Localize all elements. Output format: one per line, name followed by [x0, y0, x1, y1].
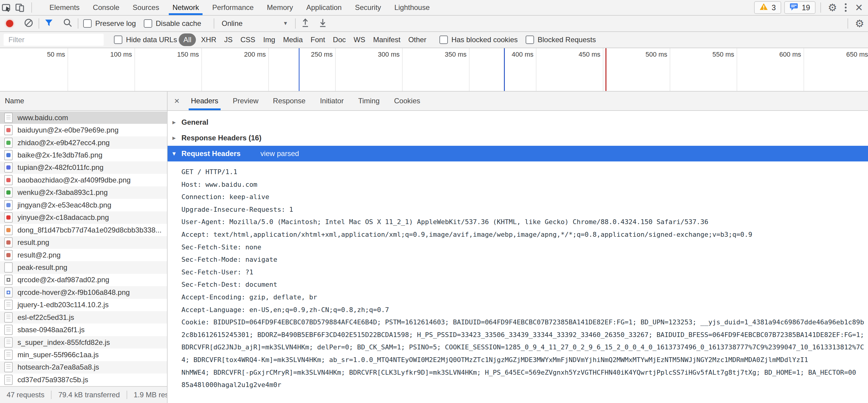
detail-tab-response[interactable]: Response: [271, 92, 308, 110]
image-thumb: [6, 203, 10, 207]
request-row-tupian-2x-482fc011fc-png[interactable]: tupian@2x-482fc011fc.png: [0, 162, 167, 174]
section-request-headers[interactable]: ▾ Request Headers view parsed: [167, 146, 868, 162]
settings-icon[interactable]: ⚙: [826, 1, 839, 14]
request-row-min-super-55f966c1aa-js[interactable]: min_super-55f966c1aa.js: [0, 348, 167, 361]
document-lines: [6, 364, 10, 370]
request-row-cd37ed75a9387c5b-js[interactable]: cd37ed75a9387c5b.js: [0, 373, 167, 386]
filter-type-css[interactable]: CSS: [237, 33, 259, 46]
detail-tab-timing[interactable]: Timing: [355, 92, 382, 110]
request-row-result-2-png[interactable]: result@2.png: [0, 249, 167, 261]
request-name: yinyue@2x-c18adacacb.png: [18, 213, 109, 222]
view-parsed-link[interactable]: view parsed: [260, 149, 299, 158]
close-icon[interactable]: ×: [852, 1, 866, 14]
disable-cache-checkbox[interactable]: [144, 19, 152, 28]
filter-type-all[interactable]: All: [179, 33, 196, 46]
blocked-requests-checkbox[interactable]: [526, 36, 534, 44]
more-options-icon[interactable]: [839, 1, 852, 14]
image-file-icon: [4, 138, 13, 148]
request-row-www-baidu-com[interactable]: www.baidu.com: [0, 111, 167, 124]
clear-icon[interactable]: [24, 18, 34, 29]
filter-type-ws[interactable]: WS: [350, 33, 369, 46]
request-row-sbase-0948aa26f1-js[interactable]: sbase-0948aa26f1.js: [0, 324, 167, 336]
request-row-qrcode-hover-2x-f9b106a848-png[interactable]: qrcode-hover@2x-f9b106a848.png: [0, 286, 167, 299]
request-row-yinyue-2x-c18adacacb-png[interactable]: yinyue@2x-c18adacacb.png: [0, 211, 167, 224]
timeline-tick-label: 50 ms: [20, 51, 65, 59]
inspect-icon[interactable]: [0, 1, 13, 14]
has-blocked-cookies-checkbox[interactable]: [439, 36, 448, 44]
console-messages-badge[interactable]: 19: [784, 1, 815, 14]
filter-type-other[interactable]: Other: [404, 33, 430, 46]
document-lines: [6, 315, 10, 320]
header-line: User-Agent: Mozilla/5.0 (Macintosh; Inte…: [181, 216, 859, 228]
request-row-hotsearch-2a7ea8a5a8-js[interactable]: hotsearch-2a7ea8a5a8.js: [0, 361, 167, 373]
section-response-headers[interactable]: ▸ Response Headers (16): [167, 130, 868, 146]
request-row-zhidao-2x-e9b427ecc4-png[interactable]: zhidao@2x-e9b427ecc4.png: [0, 136, 167, 149]
search-icon[interactable]: [63, 18, 73, 29]
tab-elements[interactable]: Elements: [43, 0, 86, 15]
preserve-log-checkbox[interactable]: [83, 19, 92, 28]
timeline-tick-label: 450 ms: [555, 51, 600, 59]
network-settings-icon[interactable]: ⚙: [853, 17, 866, 30]
tab-sources[interactable]: Sources: [126, 0, 166, 15]
request-row-result-png[interactable]: result.png: [0, 236, 167, 248]
filter-icon[interactable]: [44, 18, 54, 29]
detail-tab-preview[interactable]: Preview: [230, 92, 261, 110]
headers-pane: ▸ General ▸ Response Headers (16) ▾ Requ…: [167, 111, 868, 403]
request-row-jingyan-2x-e53eac48cb-png[interactable]: jingyan@2x-e53eac48cb.png: [0, 199, 167, 211]
tab-lighthouse[interactable]: Lighthouse: [388, 0, 436, 15]
request-row-peak-result-png[interactable]: peak-result.png: [0, 261, 167, 273]
request-row-jquery-1-edb203c114-10-2-js[interactable]: jquery-1-edb203c114.10.2.js: [0, 299, 167, 311]
request-row-s-super-index-855fcfd82e-js[interactable]: s_super_index-855fcfd82e.js: [0, 336, 167, 348]
divider: [295, 19, 296, 29]
filter-input[interactable]: [4, 34, 104, 46]
tab-application[interactable]: Application: [300, 0, 348, 15]
request-row-wenku-2x-f3aba893c1-png[interactable]: wenku@2x-f3aba893c1.png: [0, 187, 167, 199]
record-icon[interactable]: [6, 20, 13, 27]
divider: [847, 19, 848, 29]
detail-tab-headers[interactable]: Headers: [189, 92, 221, 110]
tab-memory[interactable]: Memory: [260, 0, 300, 15]
divider: [31, 2, 32, 13]
request-row-qrcode-2x-daf987ad02-png[interactable]: qrcode@2x-daf987ad02.png: [0, 274, 167, 286]
image-file-icon: [4, 175, 13, 185]
request-row-baobaozhidao-2x-af409f9dbe-png[interactable]: baobaozhidao@2x-af409f9dbe.png: [0, 174, 167, 186]
document-lines: [6, 340, 10, 345]
image-file-icon: [4, 187, 13, 198]
request-row-baike-2x-1fe3db7fa6-png[interactable]: baike@2x-1fe3db7fa6.png: [0, 149, 167, 161]
tab-security[interactable]: Security: [348, 0, 388, 15]
request-row-baiduyun-2x-e0be79e69e-png[interactable]: baiduyun@2x-e0be79e69e.png: [0, 124, 167, 136]
image-thumb: [6, 215, 10, 220]
export-har-icon[interactable]: [318, 18, 328, 30]
request-row-esl-ef22c5ed31-js[interactable]: esl-ef22c5ed31.js: [0, 311, 167, 324]
hide-data-urls-checkbox[interactable]: [114, 36, 122, 44]
warnings-badge[interactable]: 3: [754, 1, 781, 14]
timeline-tick-label: 350 ms: [421, 51, 467, 59]
filter-type-font[interactable]: Font: [307, 33, 329, 46]
import-har-icon[interactable]: [301, 18, 310, 30]
filter-type-js[interactable]: JS: [220, 33, 237, 46]
filter-type-img[interactable]: Img: [259, 33, 279, 46]
detail-tab-initiator[interactable]: Initiator: [318, 92, 346, 110]
request-row-dong-8f1d47bcb77d74a1e029d8cbb3b338[interactable]: dong_8f1d47bcb77d74a1e029d8cbb3b338...: [0, 224, 167, 236]
throttling-select[interactable]: Online ▼: [219, 19, 290, 28]
request-name: peak-result.png: [18, 263, 67, 272]
status-item-47-requests: 47 requests: [0, 391, 51, 399]
tab-console[interactable]: Console: [86, 0, 126, 15]
name-column-header[interactable]: Name: [0, 92, 167, 111]
warning-icon: [760, 3, 768, 12]
filter-type-manifest[interactable]: Manifest: [369, 33, 404, 46]
filter-type-xhr[interactable]: XHR: [197, 33, 220, 46]
document-file-icon: [4, 337, 13, 347]
timeline-gridline: [737, 48, 737, 91]
section-general[interactable]: ▸ General: [167, 114, 868, 130]
detail-tab-cookies[interactable]: Cookies: [392, 92, 423, 110]
close-details-icon[interactable]: ×: [170, 96, 184, 106]
tab-network[interactable]: Network: [166, 0, 206, 15]
filter-type-media[interactable]: Media: [279, 33, 307, 46]
network-overview-timeline[interactable]: 50 ms100 ms150 ms200 ms250 ms300 ms350 m…: [0, 48, 868, 92]
header-line: 2c8b1612615245301; BDORZ=B490B5EBF6F3CD4…: [181, 329, 859, 341]
tab-performance[interactable]: Performance: [206, 0, 260, 15]
header-line: Host: www.baidu.com: [181, 178, 859, 191]
filter-type-doc[interactable]: Doc: [329, 33, 350, 46]
device-toolbar-icon[interactable]: [13, 1, 27, 14]
